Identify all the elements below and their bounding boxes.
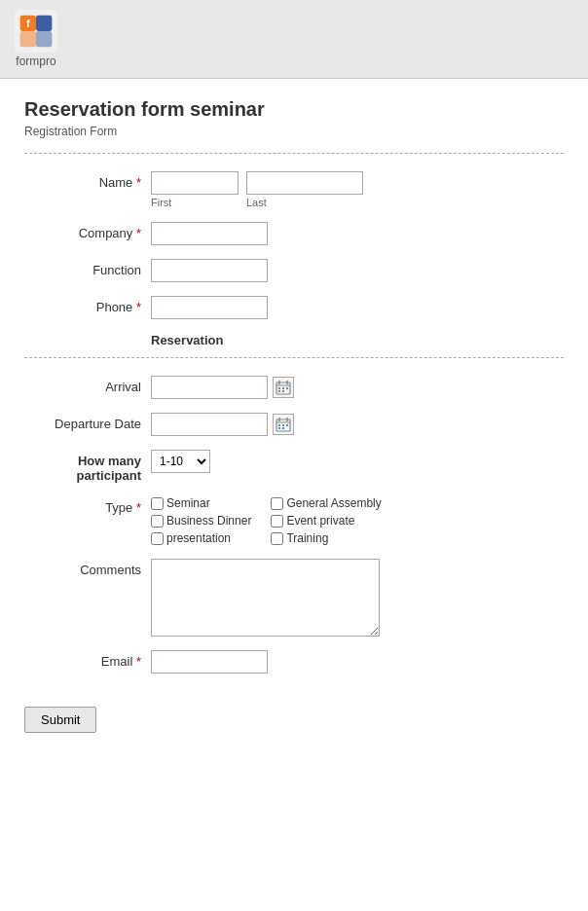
phone-input[interactable] bbox=[151, 296, 268, 319]
type-presentation-checkbox[interactable] bbox=[151, 532, 164, 545]
participants-select[interactable]: 1-10 11-20 21-30 31-40 40+ bbox=[151, 450, 210, 473]
last-name-sub: Last bbox=[246, 171, 363, 208]
function-label: Function bbox=[24, 259, 151, 277]
type-event-private-text: Event private bbox=[286, 514, 354, 528]
type-seminar-label[interactable]: Seminar bbox=[151, 496, 261, 510]
type-seminar-text: Seminar bbox=[166, 496, 210, 510]
svg-rect-22 bbox=[282, 427, 284, 429]
participants-label: How many participant bbox=[24, 450, 151, 483]
type-general-assembly-checkbox[interactable] bbox=[271, 497, 283, 510]
email-row: Email * bbox=[24, 650, 564, 674]
svg-rect-2 bbox=[20, 31, 36, 47]
svg-rect-1 bbox=[36, 16, 52, 31]
required-star-email: * bbox=[132, 654, 141, 669]
departure-calendar-icon[interactable] bbox=[273, 414, 294, 435]
participants-row: How many participant 1-10 11-20 21-30 31… bbox=[24, 450, 564, 483]
page-subtitle: Registration Form bbox=[24, 125, 564, 138]
comments-label: Comments bbox=[24, 559, 151, 577]
type-training-checkbox[interactable] bbox=[271, 532, 283, 545]
svg-rect-21 bbox=[278, 427, 280, 429]
svg-rect-12 bbox=[278, 390, 280, 392]
type-label: Type * bbox=[24, 496, 151, 515]
function-input[interactable] bbox=[151, 259, 268, 282]
divider-top bbox=[24, 153, 564, 154]
type-training-label[interactable]: Training bbox=[271, 531, 381, 545]
page-title: Reservation form seminar bbox=[24, 98, 564, 121]
last-name-input[interactable] bbox=[246, 171, 363, 195]
first-name-input[interactable] bbox=[151, 171, 239, 195]
form-container: Reservation form seminar Registration Fo… bbox=[0, 79, 588, 762]
arrival-date-input[interactable] bbox=[151, 376, 268, 399]
departure-date-input[interactable] bbox=[151, 413, 268, 436]
arrival-label: Arrival bbox=[24, 376, 151, 394]
app-name: formpro bbox=[16, 55, 55, 68]
app-header: f formpro bbox=[0, 0, 588, 79]
type-event-private-checkbox[interactable] bbox=[271, 515, 283, 528]
departure-row: Departure Date bbox=[24, 413, 564, 436]
company-row: Company * bbox=[24, 222, 564, 245]
required-star-company: * bbox=[132, 226, 141, 240]
function-row: Function bbox=[24, 259, 564, 282]
first-name-sub: First bbox=[151, 171, 239, 208]
type-row: Type * Seminar General Assembly Business… bbox=[24, 496, 564, 545]
type-seminar-checkbox[interactable] bbox=[151, 497, 164, 510]
comments-textarea[interactable] bbox=[151, 559, 380, 637]
reservation-heading: Reservation bbox=[151, 333, 564, 347]
email-label: Email * bbox=[24, 650, 151, 669]
submit-button[interactable]: Submit bbox=[24, 707, 96, 733]
svg-rect-13 bbox=[282, 390, 284, 392]
type-business-dinner-label[interactable]: Business Dinner bbox=[151, 514, 261, 528]
arrival-calendar-icon[interactable] bbox=[273, 377, 294, 398]
divider-reservation bbox=[24, 357, 564, 358]
departure-label: Departure Date bbox=[24, 413, 151, 431]
name-row: Name * First Last bbox=[24, 171, 564, 208]
svg-rect-19 bbox=[282, 424, 284, 426]
required-star: * bbox=[132, 175, 141, 190]
arrival-field-group bbox=[151, 376, 294, 399]
svg-rect-18 bbox=[278, 424, 280, 426]
type-general-assembly-text: General Assembly bbox=[286, 496, 381, 510]
type-general-assembly-label[interactable]: General Assembly bbox=[271, 496, 381, 510]
name-fields: First Last bbox=[151, 171, 363, 208]
email-input[interactable] bbox=[151, 650, 268, 674]
company-label: Company * bbox=[24, 222, 151, 240]
departure-field-group bbox=[151, 413, 294, 436]
required-star-phone: * bbox=[132, 300, 141, 314]
type-training-text: Training bbox=[286, 531, 328, 545]
svg-rect-10 bbox=[282, 387, 284, 389]
type-business-dinner-checkbox[interactable] bbox=[151, 515, 164, 528]
svg-rect-9 bbox=[278, 387, 280, 389]
name-label: Name * bbox=[24, 171, 151, 190]
calendar-svg-2 bbox=[276, 417, 291, 432]
company-input[interactable] bbox=[151, 222, 268, 245]
svg-rect-11 bbox=[286, 387, 288, 389]
phone-row: Phone * bbox=[24, 296, 564, 319]
logo-box: f bbox=[15, 10, 57, 53]
logo-wrapper: f formpro bbox=[15, 10, 57, 68]
svg-rect-3 bbox=[36, 31, 52, 47]
comments-row: Comments bbox=[24, 559, 564, 637]
formpro-logo-icon: f bbox=[18, 14, 54, 49]
calendar-svg bbox=[276, 380, 291, 395]
first-sublabel: First bbox=[151, 197, 239, 208]
arrival-row: Arrival bbox=[24, 376, 564, 399]
type-business-dinner-text: Business Dinner bbox=[166, 514, 251, 528]
phone-label: Phone * bbox=[24, 296, 151, 314]
type-presentation-text: presentation bbox=[166, 531, 231, 545]
name-field-group: First Last bbox=[151, 171, 363, 208]
required-star-type: * bbox=[132, 500, 141, 515]
type-presentation-label[interactable]: presentation bbox=[151, 531, 261, 545]
participants-field-group: 1-10 11-20 21-30 31-40 40+ bbox=[151, 450, 210, 473]
type-checkboxes: Seminar General Assembly Business Dinner… bbox=[151, 496, 382, 545]
svg-text:f: f bbox=[26, 18, 30, 29]
last-sublabel: Last bbox=[246, 197, 363, 208]
type-event-private-label[interactable]: Event private bbox=[271, 514, 381, 528]
svg-rect-20 bbox=[286, 424, 288, 426]
